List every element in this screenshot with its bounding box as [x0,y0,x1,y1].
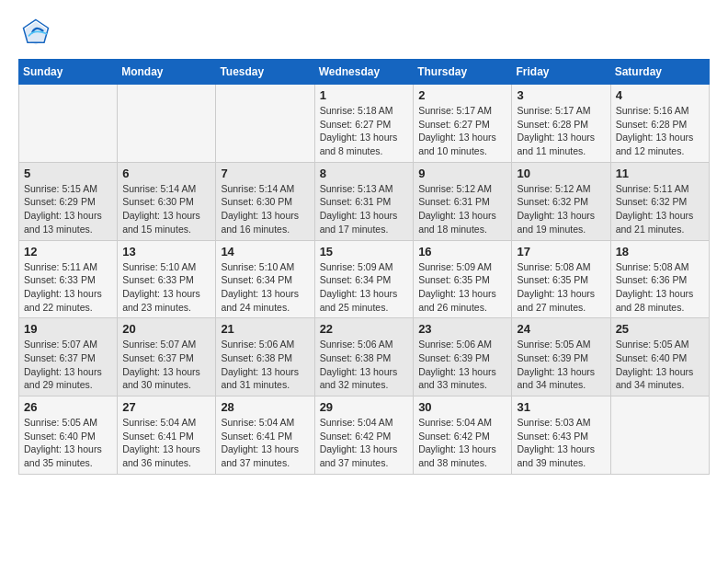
calendar-cell: 12Sunrise: 5:11 AM Sunset: 6:33 PM Dayli… [19,240,118,318]
calendar-cell: 9Sunrise: 5:12 AM Sunset: 6:31 PM Daylig… [414,162,512,240]
calendar-cell: 27Sunrise: 5:04 AM Sunset: 6:41 PM Dayli… [118,396,216,475]
day-number: 6 [122,167,210,180]
week-row-1: 1Sunrise: 5:18 AM Sunset: 6:27 PM Daylig… [19,85,710,163]
week-row-4: 19Sunrise: 5:07 AM Sunset: 6:37 PM Dayli… [19,318,710,396]
day-number: 4 [616,88,704,102]
day-number: 8 [320,167,409,180]
day-number: 7 [221,167,309,180]
day-number: 26 [24,400,112,414]
day-number: 13 [122,245,210,259]
week-row-5: 26Sunrise: 5:05 AM Sunset: 6:40 PM Dayli… [19,396,710,475]
day-number: 27 [122,400,210,414]
day-number: 10 [517,167,605,180]
day-info: Sunrise: 5:04 AM Sunset: 6:42 PM Dayligh… [418,416,506,470]
day-info: Sunrise: 5:06 AM Sunset: 6:38 PM Dayligh… [320,338,409,392]
day-number: 30 [418,400,506,414]
day-info: Sunrise: 5:03 AM Sunset: 6:43 PM Dayligh… [517,416,605,470]
day-info: Sunrise: 5:08 AM Sunset: 6:35 PM Dayligh… [517,260,605,315]
day-number: 1 [320,88,409,102]
day-info: Sunrise: 5:12 AM Sunset: 6:32 PM Dayligh… [517,182,605,236]
day-number: 20 [122,322,210,336]
day-info: Sunrise: 5:17 AM Sunset: 6:28 PM Dayligh… [517,104,605,158]
day-number: 12 [24,245,112,259]
calendar-table: SundayMondayTuesdayWednesdayThursdayFrid… [18,59,710,475]
day-number: 3 [517,88,605,102]
calendar-cell [19,85,118,163]
week-row-3: 12Sunrise: 5:11 AM Sunset: 6:33 PM Dayli… [19,240,710,318]
calendar-cell: 11Sunrise: 5:11 AM Sunset: 6:32 PM Dayli… [610,162,709,240]
day-info: Sunrise: 5:07 AM Sunset: 6:37 PM Dayligh… [24,338,112,392]
day-info: Sunrise: 5:05 AM Sunset: 6:40 PM Dayligh… [616,338,704,392]
calendar-cell: 26Sunrise: 5:05 AM Sunset: 6:40 PM Dayli… [19,396,118,475]
day-number: 22 [320,322,409,336]
calendar-cell: 20Sunrise: 5:07 AM Sunset: 6:37 PM Dayli… [118,318,216,396]
page-header [18,18,710,50]
calendar-cell: 30Sunrise: 5:04 AM Sunset: 6:42 PM Dayli… [414,396,512,475]
header-cell-thursday: Thursday [414,60,512,85]
day-info: Sunrise: 5:11 AM Sunset: 6:32 PM Dayligh… [616,182,704,236]
header-row: SundayMondayTuesdayWednesdayThursdayFrid… [19,60,710,85]
header-cell-friday: Friday [512,60,610,85]
calendar-cell: 24Sunrise: 5:05 AM Sunset: 6:39 PM Dayli… [512,318,610,396]
header-cell-tuesday: Tuesday [216,60,314,85]
calendar-cell: 3Sunrise: 5:17 AM Sunset: 6:28 PM Daylig… [512,85,610,163]
day-info: Sunrise: 5:11 AM Sunset: 6:33 PM Dayligh… [24,260,112,315]
day-info: Sunrise: 5:09 AM Sunset: 6:34 PM Dayligh… [320,260,409,315]
calendar-cell: 31Sunrise: 5:03 AM Sunset: 6:43 PM Dayli… [512,396,610,475]
calendar-cell [216,85,314,163]
day-info: Sunrise: 5:07 AM Sunset: 6:37 PM Dayligh… [122,338,210,392]
calendar-cell: 5Sunrise: 5:15 AM Sunset: 6:29 PM Daylig… [19,162,118,240]
calendar-cell: 15Sunrise: 5:09 AM Sunset: 6:34 PM Dayli… [314,240,414,318]
calendar-cell [610,396,709,475]
calendar-cell: 22Sunrise: 5:06 AM Sunset: 6:38 PM Dayli… [314,318,414,396]
day-number: 23 [418,322,506,336]
day-number: 9 [418,167,506,180]
calendar-cell: 19Sunrise: 5:07 AM Sunset: 6:37 PM Dayli… [19,318,118,396]
day-number: 28 [221,400,309,414]
day-number: 5 [24,167,112,180]
day-info: Sunrise: 5:04 AM Sunset: 6:42 PM Dayligh… [320,416,409,470]
calendar-cell: 21Sunrise: 5:06 AM Sunset: 6:38 PM Dayli… [216,318,314,396]
logo [18,18,50,50]
day-info: Sunrise: 5:06 AM Sunset: 6:39 PM Dayligh… [418,338,506,392]
calendar-cell: 7Sunrise: 5:14 AM Sunset: 6:30 PM Daylig… [216,162,314,240]
header-cell-saturday: Saturday [610,60,709,85]
calendar-cell: 10Sunrise: 5:12 AM Sunset: 6:32 PM Dayli… [512,162,610,240]
day-number: 17 [517,245,605,259]
day-info: Sunrise: 5:08 AM Sunset: 6:36 PM Dayligh… [616,260,704,315]
day-info: Sunrise: 5:05 AM Sunset: 6:39 PM Dayligh… [517,338,605,392]
day-number: 29 [320,400,409,414]
calendar-cell: 8Sunrise: 5:13 AM Sunset: 6:31 PM Daylig… [314,162,414,240]
header-cell-sunday: Sunday [19,60,118,85]
day-number: 16 [418,245,506,259]
header-cell-wednesday: Wednesday [314,60,414,85]
day-info: Sunrise: 5:14 AM Sunset: 6:30 PM Dayligh… [122,182,210,236]
calendar-cell: 1Sunrise: 5:18 AM Sunset: 6:27 PM Daylig… [314,85,414,163]
day-number: 11 [616,167,704,180]
day-info: Sunrise: 5:09 AM Sunset: 6:35 PM Dayligh… [418,260,506,315]
calendar-cell: 14Sunrise: 5:10 AM Sunset: 6:34 PM Dayli… [216,240,314,318]
day-number: 14 [221,245,309,259]
day-info: Sunrise: 5:06 AM Sunset: 6:38 PM Dayligh… [221,338,309,392]
calendar-cell: 16Sunrise: 5:09 AM Sunset: 6:35 PM Dayli… [414,240,512,318]
calendar-cell: 6Sunrise: 5:14 AM Sunset: 6:30 PM Daylig… [118,162,216,240]
calendar-cell: 2Sunrise: 5:17 AM Sunset: 6:27 PM Daylig… [414,85,512,163]
week-row-2: 5Sunrise: 5:15 AM Sunset: 6:29 PM Daylig… [19,162,710,240]
day-info: Sunrise: 5:18 AM Sunset: 6:27 PM Dayligh… [320,104,409,158]
header-cell-monday: Monday [118,60,216,85]
calendar-cell: 25Sunrise: 5:05 AM Sunset: 6:40 PM Dayli… [610,318,709,396]
day-number: 2 [418,88,506,102]
day-number: 19 [24,322,112,336]
calendar-cell: 18Sunrise: 5:08 AM Sunset: 6:36 PM Dayli… [610,240,709,318]
day-info: Sunrise: 5:05 AM Sunset: 6:40 PM Dayligh… [24,416,112,470]
day-number: 21 [221,322,309,336]
calendar-cell [118,85,216,163]
day-info: Sunrise: 5:10 AM Sunset: 6:34 PM Dayligh… [221,260,309,315]
calendar-cell: 4Sunrise: 5:16 AM Sunset: 6:28 PM Daylig… [610,85,709,163]
calendar-cell: 29Sunrise: 5:04 AM Sunset: 6:42 PM Dayli… [314,396,414,475]
day-info: Sunrise: 5:14 AM Sunset: 6:30 PM Dayligh… [221,182,309,236]
day-info: Sunrise: 5:17 AM Sunset: 6:27 PM Dayligh… [418,104,506,158]
day-info: Sunrise: 5:13 AM Sunset: 6:31 PM Dayligh… [320,182,409,236]
day-number: 24 [517,322,605,336]
day-info: Sunrise: 5:04 AM Sunset: 6:41 PM Dayligh… [221,416,309,470]
